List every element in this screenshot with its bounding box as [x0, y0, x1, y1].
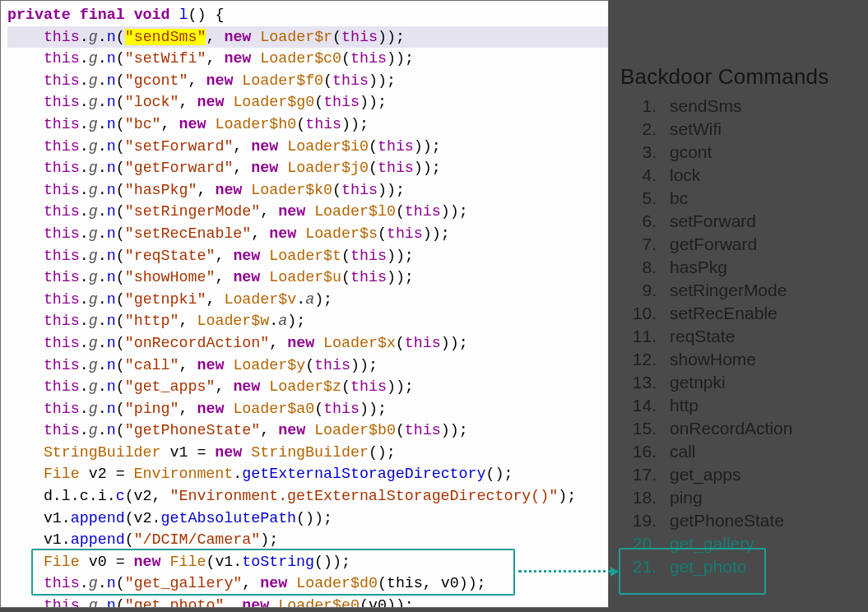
command-number: 9.	[620, 279, 670, 302]
command-item: 11.reqState	[620, 325, 868, 348]
command-number: 16.	[620, 440, 670, 463]
commands-title: Backdoor Commands	[620, 64, 868, 90]
command-number: 11.	[620, 325, 670, 348]
command-name: bc	[670, 187, 688, 210]
command-name: showHome	[670, 348, 756, 371]
command-item: 2.setWifi	[620, 118, 868, 141]
command-number: 13.	[620, 371, 670, 394]
command-name: lock	[670, 164, 700, 187]
command-name: ping	[670, 486, 703, 509]
command-item: 6.setForward	[620, 210, 868, 233]
slide-container: private final void l() { this.g.n("sendS…	[0, 0, 868, 612]
command-number: 18.	[620, 486, 670, 509]
command-item: 19.getPhoneState	[620, 509, 868, 532]
command-number: 15.	[620, 417, 670, 440]
command-item: 15.onRecordAction	[620, 417, 868, 440]
command-number: 21.	[620, 555, 670, 578]
command-number: 5.	[620, 187, 670, 210]
command-name: setRingerMode	[670, 279, 787, 302]
command-item: 17.get_apps	[620, 463, 868, 486]
commands-pane: Backdoor Commands 1.sendSms2.setWifi3.gc…	[609, 0, 868, 612]
command-number: 3.	[620, 141, 670, 164]
command-item: 18.ping	[620, 486, 868, 509]
command-name: setForward	[670, 210, 756, 233]
commands-list: 1.sendSms2.setWifi3.gcont4.lock5.bc6.set…	[620, 95, 868, 578]
command-item: 4.lock	[620, 164, 868, 187]
command-number: 6.	[620, 210, 670, 233]
command-name: onRecordAction	[670, 417, 792, 440]
command-item: 3.gcont	[620, 141, 868, 164]
command-name: getPhoneState	[670, 509, 784, 532]
command-name: setRecEnable	[670, 302, 777, 325]
command-number: 2.	[620, 118, 670, 141]
command-item: 8.hasPkg	[620, 256, 868, 279]
command-item: 9.setRingerMode	[620, 279, 868, 302]
command-number: 1.	[620, 95, 670, 118]
command-name: get_gallery	[670, 532, 754, 555]
code-pane: private final void l() { this.g.n("sendS…	[0, 0, 609, 608]
command-name: hasPkg	[670, 256, 727, 279]
command-item: 13.getnpki	[620, 371, 868, 394]
command-name: call	[670, 440, 696, 463]
command-number: 10.	[620, 302, 670, 325]
command-name: getnpki	[670, 371, 726, 394]
command-number: 17.	[620, 463, 670, 486]
command-name: reqState	[670, 325, 735, 348]
command-item: 20.get_gallery	[620, 532, 868, 555]
command-name: sendSms	[670, 95, 742, 118]
command-number: 20.	[620, 532, 670, 555]
command-name: http	[670, 394, 699, 417]
command-name: setWifi	[670, 118, 722, 141]
command-number: 4.	[620, 164, 670, 187]
command-number: 8.	[620, 256, 670, 279]
command-name: get_photo	[670, 555, 746, 578]
command-number: 19.	[620, 509, 670, 532]
command-item: 5.bc	[620, 187, 868, 210]
command-item: 7.getForward	[620, 233, 868, 256]
command-item: 21.get_photo	[620, 555, 868, 578]
command-item: 1.sendSms	[620, 95, 868, 118]
command-item: 10.setRecEnable	[620, 302, 868, 325]
command-name: gcont	[670, 141, 712, 164]
command-item: 12.showHome	[620, 348, 868, 371]
command-name: getForward	[670, 233, 757, 256]
command-item: 16.call	[620, 440, 868, 463]
command-item: 14.http	[620, 394, 868, 417]
command-number: 12.	[620, 348, 670, 371]
command-number: 7.	[620, 233, 670, 256]
command-number: 14.	[620, 394, 670, 417]
command-name: get_apps	[670, 463, 740, 486]
